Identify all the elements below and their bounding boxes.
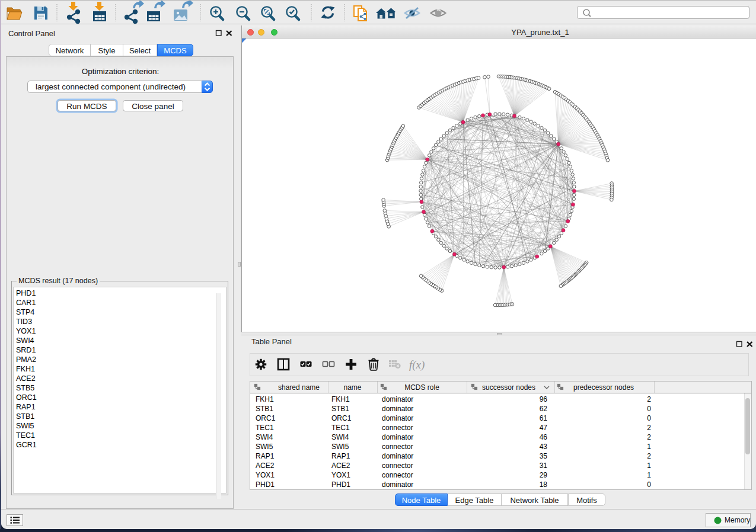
svg-text:f(x): f(x)	[409, 358, 425, 371]
